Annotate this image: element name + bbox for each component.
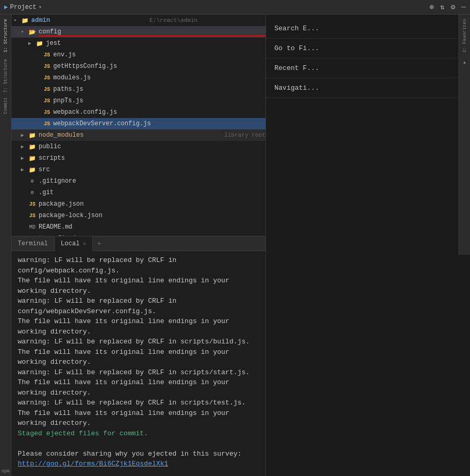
- minimize-icon[interactable]: —: [462, 3, 466, 11]
- scripts-folder-icon: 📁: [28, 154, 37, 162]
- config-folder-icon: 📂: [28, 28, 37, 36]
- package-json-icon: JS: [28, 200, 37, 208]
- library-root-label: library root: [224, 132, 266, 138]
- scripts-arrow: ▶: [21, 155, 28, 161]
- src-folder-icon: 📁: [28, 165, 37, 174]
- tree-item-node-modules[interactable]: ▶ 📁 node_modules library root: [11, 129, 266, 141]
- paths-js-icon: JS: [43, 85, 51, 93]
- node-modules-folder-icon: 📁: [28, 131, 37, 139]
- right-panel-goto[interactable]: Go to Fi...: [266, 39, 470, 58]
- terminal-tab-close-icon[interactable]: ✕: [83, 241, 86, 247]
- project-panel: ▾ 📁 admin E:\react\admin ▾ 📂 config ▶ 📁 …: [11, 15, 266, 476]
- tree-item-webpack-config[interactable]: JS webpack.config.js: [11, 106, 266, 118]
- right-panel: Search E... Go to Fi... Recent F... Navi…: [266, 15, 470, 476]
- terminal-line-survey: Please consider sharing why you ejected …: [18, 449, 259, 459]
- terminal-tab-local-label: Local: [61, 240, 80, 247]
- root-label: admin: [31, 17, 148, 24]
- node-modules-arrow: ▶: [21, 132, 28, 138]
- git-label: .git: [39, 189, 266, 196]
- settings-icon[interactable]: ⇅: [440, 3, 444, 11]
- public-label: public: [39, 143, 266, 150]
- project-arrow: ▾: [39, 4, 42, 10]
- top-bar-actions: ⊕ ⇅ ⚙ —: [429, 3, 466, 11]
- tree-item-modules-js[interactable]: JS modules.js: [11, 72, 266, 84]
- right-panel-recent[interactable]: Recent F...: [266, 58, 470, 78]
- terminal-line-4: The file will have its original line end…: [18, 316, 259, 337]
- recent-files-label: Recent F...: [274, 64, 319, 72]
- jest-folder-icon: 📁: [35, 39, 44, 47]
- terminal-line-link[interactable]: http://goo.gl/forms/Bi6CZjk1EqsdelXk1: [18, 459, 259, 469]
- env-js-icon: JS: [43, 51, 51, 59]
- src-arrow: ▶: [21, 166, 28, 173]
- right-panel-navigate[interactable]: Navigati...: [266, 78, 470, 98]
- root-path: E:\react\admin: [150, 17, 266, 23]
- favorites-label[interactable]: 2: Favorites: [461, 15, 468, 57]
- paths-js-label: paths.js: [53, 86, 266, 93]
- tree-item-pnpts-js[interactable]: JS pnpTs.js: [11, 95, 266, 106]
- favorites-sidebar: 2: Favorites ★: [459, 15, 470, 255]
- npm-icon[interactable]: npm: [1, 467, 9, 476]
- pnpts-js-label: pnpTs.js: [53, 97, 266, 104]
- readme-label: README.md: [39, 223, 266, 231]
- tree-item-scripts[interactable]: ▶ 📁 scripts: [11, 152, 266, 164]
- modules-js-icon: JS: [43, 74, 51, 82]
- tree-item-jest[interactable]: ▶ 📁 jest: [11, 38, 266, 49]
- star-icon[interactable]: ★: [463, 57, 466, 68]
- tree-item-package-lock-json[interactable]: JS package-lock.json: [11, 210, 266, 221]
- right-panel-items: Search E... Go to Fi... Recent F... Navi…: [266, 15, 470, 102]
- tree-item-gethttps-js[interactable]: JS getHttpsConfig.js: [11, 61, 266, 72]
- main-area: 1: Structure 7: Structure Commit npm ▾ 📁…: [0, 15, 470, 476]
- node-modules-label: node_modules: [39, 132, 221, 139]
- terminal-line-blank2: [18, 469, 259, 477]
- tree-item-paths-js[interactable]: JS paths.js: [11, 84, 266, 95]
- config-label: config: [39, 28, 266, 35]
- terminal-tab-add-button[interactable]: +: [93, 240, 105, 248]
- readme-icon: MD: [28, 223, 37, 231]
- tree-item-public[interactable]: ▶ 📁 public: [11, 141, 266, 152]
- gethttps-js-label: getHttpsConfig.js: [53, 63, 266, 70]
- tree-item-config[interactable]: ▾ 📂 config: [11, 26, 266, 38]
- search-everywhere-label: Search E...: [274, 25, 319, 32]
- terminal-tab-local[interactable]: Local ✕: [55, 236, 93, 251]
- tree-item-src[interactable]: ▶ 📁 src: [11, 164, 266, 175]
- jest-label: jest: [46, 40, 266, 47]
- terminal-content: warning: LF will be replaced by CRLF in …: [11, 251, 266, 476]
- sync-icon[interactable]: ⊕: [429, 3, 433, 11]
- sidebar-item-commit[interactable]: Commit: [3, 95, 8, 116]
- gitignore-icon: ⚙: [28, 177, 37, 185]
- right-panel-search[interactable]: Search E...: [266, 19, 470, 39]
- terminal-line-8: The file will have its original line end…: [18, 377, 259, 398]
- tree-item-webpack-devserver[interactable]: JS webpackDevServer.config.js: [11, 118, 266, 129]
- terminal-tab-terminal[interactable]: Terminal: [11, 236, 55, 251]
- gear-icon[interactable]: ⚙: [451, 3, 455, 11]
- tree-root[interactable]: ▾ 📁 admin E:\react\admin: [11, 15, 266, 26]
- public-folder-icon: 📁: [28, 142, 37, 151]
- terminal-line-7: warning: LF will be replaced by CRLF in …: [18, 367, 259, 378]
- project-title: Project: [10, 4, 36, 11]
- terminal-line-2: The file will have its original line end…: [18, 276, 259, 296]
- sidebar-item-structure-7[interactable]: 7: Structure: [3, 57, 8, 95]
- terminal-tabs: Terminal Local ✕ +: [11, 236, 266, 251]
- terminal-line-6: The file will have its original line end…: [18, 347, 259, 367]
- pnpts-js-icon: JS: [43, 97, 51, 105]
- package-lock-json-icon: JS: [28, 211, 37, 220]
- webpack-devserver-icon: JS: [43, 120, 51, 128]
- root-folder-icon: 📁: [21, 16, 29, 25]
- goto-file-label: Go to Fi...: [274, 44, 319, 52]
- package-lock-json-label: package-lock.json: [39, 212, 266, 219]
- sidebar-item-structure-1[interactable]: 1: Structure: [2, 15, 9, 57]
- jest-arrow: ▶: [28, 40, 35, 46]
- src-label: src: [39, 166, 266, 173]
- terminal-line-3: warning: LF will be replaced by CRLF in …: [18, 296, 259, 316]
- navigate-label: Navigati...: [274, 84, 319, 92]
- tree-item-readme[interactable]: MD README.md: [11, 221, 266, 233]
- gethttps-js-icon: JS: [43, 62, 51, 70]
- git-icon: ⚙: [28, 188, 37, 197]
- tree-item-env-js[interactable]: JS env.js: [11, 49, 266, 61]
- tree-item-gitignore[interactable]: ⚙ .gitignore: [11, 175, 266, 187]
- terminal-line-5: warning: LF will be replaced by CRLF in …: [18, 337, 259, 347]
- terminal-line-10: The file will have its original line end…: [18, 408, 259, 429]
- tree-item-git[interactable]: ⚙ .git: [11, 187, 266, 198]
- webpack-config-label: webpack.config.js: [53, 109, 266, 116]
- tree-item-package-json[interactable]: JS package.json: [11, 198, 266, 210]
